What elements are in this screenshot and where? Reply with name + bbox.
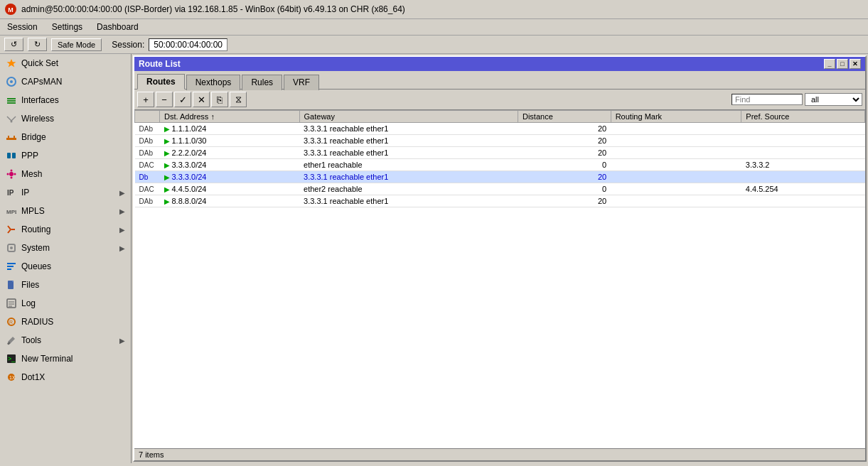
sidebar-item-capsman[interactable]: CAPsMAN bbox=[0, 72, 131, 91]
files-icon bbox=[6, 279, 17, 291]
sidebar-label-radius: RADIUS bbox=[21, 317, 53, 327]
tab-rules[interactable]: Rules bbox=[242, 75, 282, 90]
add-route-button[interactable]: + bbox=[137, 92, 154, 107]
filter-button[interactable]: ⧖ bbox=[230, 92, 247, 107]
submenu-arrow-icon: ▶ bbox=[119, 244, 125, 252]
redo-button[interactable]: ↻ bbox=[28, 38, 47, 51]
row-routing-mark bbox=[611, 195, 741, 207]
table-row[interactable]: DAb▶1.1.1.0/243.3.3.1 reachable ether120 bbox=[135, 123, 865, 135]
table-row[interactable]: DAC▶4.4.5.0/24ether2 reachable04.4.5.254 bbox=[135, 183, 865, 195]
mesh-icon bbox=[6, 168, 17, 180]
row-pref-source bbox=[741, 195, 865, 207]
row-routing-mark bbox=[611, 159, 741, 171]
dst-arrow-icon: ▶ bbox=[164, 185, 170, 193]
item-count: 7 items bbox=[139, 450, 164, 459]
tab-vrf[interactable]: VRF bbox=[284, 75, 319, 90]
sidebar-item-mesh[interactable]: Mesh bbox=[0, 165, 131, 183]
table-row[interactable]: DAb▶2.2.2.0/243.3.3.1 reachable ether120 bbox=[135, 147, 865, 159]
close-button[interactable]: ✕ bbox=[850, 59, 861, 69]
mpls-icon: MPL bbox=[6, 205, 17, 217]
col-dst-address[interactable]: Dst. Address ↑ bbox=[160, 111, 300, 123]
col-gateway[interactable]: Gateway bbox=[299, 111, 518, 123]
session-label: Session: bbox=[112, 40, 144, 50]
title-text: admin@50:00:00:04:00:00 (ISP-Border) via… bbox=[21, 4, 405, 14]
tab-nexthops[interactable]: Nexthops bbox=[186, 75, 241, 90]
sidebar-item-bridge[interactable]: Bridge bbox=[0, 128, 131, 146]
sidebar-label-queues: Queues bbox=[21, 261, 51, 271]
tab-routes[interactable]: Routes bbox=[137, 74, 185, 90]
sidebar-item-ppp[interactable]: PPP bbox=[0, 146, 131, 165]
submenu-arrow-icon: ▶ bbox=[119, 207, 125, 215]
undo-button[interactable]: ↺ bbox=[4, 38, 23, 51]
dot1x-icon: 1X bbox=[6, 372, 17, 383]
row-distance: 20 bbox=[518, 171, 611, 183]
find-dropdown[interactable]: all static connected dynamic bbox=[805, 93, 862, 106]
svg-text:>_: >_ bbox=[8, 355, 16, 362]
svg-point-15 bbox=[7, 173, 9, 175]
dst-arrow-icon: ▶ bbox=[164, 125, 170, 133]
table-row[interactable]: Db▶3.3.3.0/243.3.3.1 reachable ether120 bbox=[135, 171, 865, 183]
row-routing-mark bbox=[611, 171, 741, 183]
enable-route-button[interactable]: ✓ bbox=[174, 92, 191, 107]
svg-point-16 bbox=[14, 173, 16, 175]
menu-settings[interactable]: Settings bbox=[49, 21, 85, 33]
sidebar-item-files[interactable]: Files bbox=[0, 276, 131, 294]
row-dst: ▶1.1.1.0/24 bbox=[160, 123, 300, 135]
sidebar-item-terminal[interactable]: >_New Terminal bbox=[0, 350, 131, 368]
route-toolbar: + − ✓ ✕ ⎘ ⧖ all static connected dynamic bbox=[134, 90, 865, 110]
menu-dashboard[interactable]: Dashboard bbox=[94, 21, 141, 33]
row-flags: DAb bbox=[135, 147, 160, 159]
sidebar-item-log[interactable]: Log bbox=[0, 294, 131, 313]
sidebar-label-log: Log bbox=[21, 298, 36, 308]
col-pref-source[interactable]: Pref. Source bbox=[741, 111, 865, 123]
sidebar-item-quick-set[interactable]: Quick Set bbox=[0, 54, 131, 72]
sidebar-item-system[interactable]: System▶ bbox=[0, 239, 131, 257]
sidebar-label-tools: Tools bbox=[21, 335, 41, 345]
col-distance[interactable]: Distance bbox=[518, 111, 611, 123]
svg-rect-25 bbox=[7, 263, 16, 264]
sidebar-item-ip[interactable]: IPIP▶ bbox=[0, 183, 131, 202]
sidebar-item-wireless[interactable]: Wireless bbox=[0, 109, 131, 128]
table-row[interactable]: DAb▶1.1.1.0/303.3.3.1 reachable ether120 bbox=[135, 135, 865, 147]
route-list-titlebar: Route List _ □ ✕ bbox=[134, 57, 865, 71]
find-input[interactable] bbox=[732, 94, 803, 105]
sidebar-item-interfaces[interactable]: Interfaces bbox=[0, 91, 131, 109]
table-row[interactable]: DAb▶8.8.8.0/243.3.3.1 reachable ether120 bbox=[135, 195, 865, 207]
tools-icon bbox=[6, 335, 17, 346]
remove-route-button[interactable]: − bbox=[156, 92, 173, 107]
col-routing-mark[interactable]: Routing Mark bbox=[611, 111, 741, 123]
interfaces-icon bbox=[6, 94, 17, 106]
row-flags: DAb bbox=[135, 123, 160, 135]
route-table-body: DAb▶1.1.1.0/243.3.3.1 reachable ether120… bbox=[135, 123, 865, 207]
disable-route-button[interactable]: ✕ bbox=[193, 92, 210, 107]
sidebar-item-mpls[interactable]: MPLMPLS▶ bbox=[0, 202, 131, 220]
table-row[interactable]: DAC▶3.3.3.0/24ether1 reachable03.3.3.2 bbox=[135, 159, 865, 171]
row-dst: ▶3.3.3.0/24 bbox=[160, 171, 300, 183]
minimize-button[interactable]: _ bbox=[824, 59, 835, 69]
wireless-icon bbox=[6, 113, 17, 124]
session-value: 50:00:00:04:00:00 bbox=[149, 38, 227, 51]
submenu-arrow-icon: ▶ bbox=[119, 189, 125, 197]
sidebar-item-dot1x[interactable]: 1XDot1X bbox=[0, 368, 131, 386]
menu-session[interactable]: Session bbox=[4, 21, 41, 33]
tabs: RoutesNexthopsRulesVRF bbox=[134, 71, 865, 90]
copy-route-button[interactable]: ⎘ bbox=[211, 92, 228, 107]
svg-rect-5 bbox=[7, 98, 16, 99]
col-flags[interactable] bbox=[135, 111, 160, 123]
row-pref-source bbox=[741, 123, 865, 135]
row-routing-mark bbox=[611, 183, 741, 195]
sidebar-label-terminal: New Terminal bbox=[21, 354, 73, 364]
sidebar-label-dot1x: Dot1X bbox=[21, 372, 45, 382]
maximize-button[interactable]: □ bbox=[837, 59, 848, 69]
row-pref-source bbox=[741, 171, 865, 183]
sidebar-item-queues[interactable]: Queues bbox=[0, 257, 131, 276]
row-distance: 20 bbox=[518, 135, 611, 147]
row-distance: 20 bbox=[518, 147, 611, 159]
sidebar-item-tools[interactable]: Tools▶ bbox=[0, 331, 131, 350]
sidebar-item-radius[interactable]: RRADIUS bbox=[0, 313, 131, 331]
safe-mode-button[interactable]: Safe Mode bbox=[51, 38, 102, 51]
svg-rect-10 bbox=[8, 136, 9, 139]
sidebar-label-routing: Routing bbox=[21, 224, 50, 234]
sidebar-item-routing[interactable]: Routing▶ bbox=[0, 220, 131, 239]
row-dst: ▶1.1.1.0/30 bbox=[160, 135, 300, 147]
